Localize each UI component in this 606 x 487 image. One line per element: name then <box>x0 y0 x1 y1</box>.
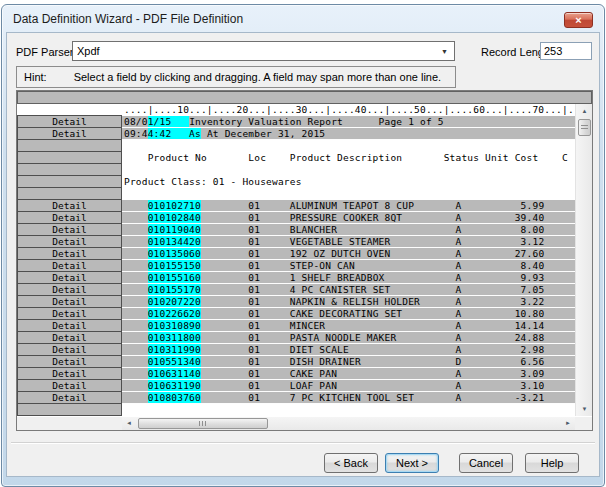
pdf-line[interactable]: 09:44:42 As At December 31, 2015 <box>122 128 575 140</box>
field-selection: 010310890 <box>148 320 201 331</box>
titlebar: Data Definition Wizard - PDF File Defini… <box>2 5 604 32</box>
horizontal-scrollbar[interactable]: ◄ ► <box>122 417 575 430</box>
pdf-line[interactable]: 010119040 01 BLANCHER A 8.00 <box>122 224 575 236</box>
scroll-down-icon[interactable]: ▼ <box>576 402 593 416</box>
line-text: 01 VEGETABLE STEAMER A 3.12 <box>201 236 544 247</box>
line-text <box>124 320 148 331</box>
pdf-line[interactable]: 010207220 01 NAPKIN & RELISH HOLDER A 3.… <box>122 296 575 308</box>
grid-row <box>17 404 575 416</box>
field-selection: 010102710 <box>148 200 201 211</box>
line-text <box>124 236 148 247</box>
field-selection: 010119040 <box>148 224 201 235</box>
field-selection: 010311800 <box>148 332 201 343</box>
field-selection: 010155150 <box>148 260 201 271</box>
pdf-line[interactable] <box>122 404 575 416</box>
line-text: 01 MINCER A 14.14 <box>201 320 544 331</box>
dialog-window: Data Definition Wizard - PDF File Defini… <box>1 4 605 487</box>
line-text <box>124 380 148 391</box>
line-text: Inventory Valuation Report Page 1 of 5 <box>189 116 444 127</box>
field-selection: 1/15 <box>148 116 189 127</box>
field-selection: 010226620 <box>148 308 201 319</box>
close-button[interactable]: × <box>564 12 593 28</box>
record-length-input[interactable] <box>540 42 592 60</box>
line-text <box>124 368 148 379</box>
line-text: 01 DISH DRAINER D 6.56 <box>201 356 544 367</box>
thumb-grip-icon <box>199 421 207 426</box>
pdf-line[interactable]: Product No Loc Product Description Statu… <box>122 152 575 164</box>
dialog-client-area: PDF Parser Xpdf ▼ Record Length Hint: Se… <box>6 32 600 477</box>
pdf-line[interactable]: 010631140 01 CAKE PAN A 3.09 <box>122 368 575 380</box>
next-button[interactable]: Next > <box>385 453 439 473</box>
hint-text: Select a field by clicking and dragging.… <box>74 71 442 83</box>
line-text: 01 BLANCHER A 8.00 <box>201 224 544 235</box>
pdf-line[interactable]: 010134420 01 VEGETABLE STEAMER A 3.12 <box>122 236 575 248</box>
pdf-line[interactable]: 010311990 01 DIET SCALE A 2.98 <box>122 344 575 356</box>
field-selection: 010551340 <box>148 356 201 367</box>
hint-label: Hint: <box>24 71 47 83</box>
line-text: 01 CAKE PAN A 3.09 <box>201 368 544 379</box>
field-selection: 010155160 <box>148 272 201 283</box>
pdf-line[interactable]: 010310890 01 MINCER A 14.14 <box>122 320 575 332</box>
horizontal-scrollbar-thumb[interactable] <box>138 418 268 429</box>
line-text: 01 1 SHELF BREADBOX A 9.93 <box>201 272 544 283</box>
pdf-line[interactable] <box>122 140 575 152</box>
thumb-grip-icon <box>581 125 588 131</box>
field-selection: 010207220 <box>148 296 201 307</box>
line-text <box>124 212 148 223</box>
help-button[interactable]: Help <box>525 453 579 473</box>
field-selection: 010155170 <box>148 284 201 295</box>
line-text: 09:4 <box>124 128 148 139</box>
vertical-scrollbar-thumb[interactable] <box>578 119 591 136</box>
horizontal-scrollbar-row: ◄ ► <box>17 417 592 430</box>
field-selection: 010102840 <box>148 212 201 223</box>
line-text <box>124 392 148 403</box>
line-text <box>124 200 148 211</box>
vertical-scrollbar[interactable]: ▲ ▼ <box>575 104 592 416</box>
line-text: 01 STEP-ON CAN A 8.40 <box>201 260 544 271</box>
line-text: 01 PRESSURE COOKER 8QT A 39.40 <box>201 212 544 223</box>
grid-header-strip <box>17 91 592 104</box>
pdf-line[interactable]: 010155150 01 STEP-ON CAN A 8.40 <box>122 260 575 272</box>
pdf-line[interactable]: 010102840 01 PRESSURE COOKER 8QT A 39.40 <box>122 212 575 224</box>
field-selection: 010631140 <box>148 368 201 379</box>
field-selection: 010134420 <box>148 236 201 247</box>
line-text <box>124 332 148 343</box>
line-text: 01 192 OZ DUTCH OVEN A 27.60 <box>201 248 544 259</box>
pdf-line[interactable]: Product Class: 01 - Housewares <box>122 176 575 188</box>
pdf-preview-grid: ....|....10...|....20...|....30...|....4… <box>16 90 593 431</box>
line-text <box>124 260 148 271</box>
line-text <box>124 356 148 367</box>
line-text: 01 DIET SCALE A 2.98 <box>201 344 544 355</box>
pdf-parser-select[interactable]: Xpdf ▼ <box>72 41 455 61</box>
field-selection: 4:42 As <box>148 128 201 139</box>
pdf-line[interactable]: 010135060 01 192 OZ DUTCH OVEN A 27.60 <box>122 248 575 260</box>
footer-separator <box>11 442 595 444</box>
cancel-button[interactable]: Cancel <box>459 453 513 473</box>
line-text: 01 CAKE DECORATING SET A 10.80 <box>201 308 544 319</box>
field-selection: 010311990 <box>148 344 201 355</box>
line-text <box>124 272 148 283</box>
line-text <box>124 308 148 319</box>
pdf-line[interactable]: 010311800 01 PASTA NOODLE MAKER A 24.88 <box>122 332 575 344</box>
pdf-line[interactable] <box>122 188 575 200</box>
pdf-line[interactable]: 010155170 01 4 PC CANISTER SET A 7.05 <box>122 284 575 296</box>
pdf-line[interactable]: 010155160 01 1 SHELF BREADBOX A 9.93 <box>122 272 575 284</box>
pdf-line[interactable]: 010631190 01 LOAF PAN A 3.10 <box>122 380 575 392</box>
pdf-line[interactable]: 010551340 01 DISH DRAINER D 6.56 <box>122 356 575 368</box>
scroll-left-icon[interactable]: ◄ <box>122 417 136 430</box>
footer-buttons: < BackNext >CancelHelp <box>312 453 579 473</box>
scroll-up-icon[interactable]: ▲ <box>576 104 593 118</box>
pdf-line[interactable]: 08/01/15 Inventory Valuation Report Page… <box>122 116 575 128</box>
back-button[interactable]: < Back <box>324 453 378 473</box>
pdf-line[interactable] <box>122 164 575 176</box>
line-text <box>124 284 148 295</box>
hint-box: Hint: Select a field by clicking and dra… <box>16 66 456 88</box>
pdf-line[interactable]: 010803760 01 7 PC KITCHEN TOOL SET A -3.… <box>122 392 575 404</box>
column-ruler: ....|....10...|....20...|....30...|....4… <box>122 104 575 116</box>
field-selection: 010631190 <box>148 380 201 391</box>
window-title: Data Definition Wizard - PDF File Defini… <box>13 12 243 26</box>
scroll-right-icon[interactable]: ► <box>561 417 575 430</box>
pdf-line[interactable]: 010102710 01 ALUMINUM TEAPOT 8 CUP A 5.9… <box>122 200 575 212</box>
line-text <box>124 344 148 355</box>
pdf-line[interactable]: 010226620 01 CAKE DECORATING SET A 10.80 <box>122 308 575 320</box>
